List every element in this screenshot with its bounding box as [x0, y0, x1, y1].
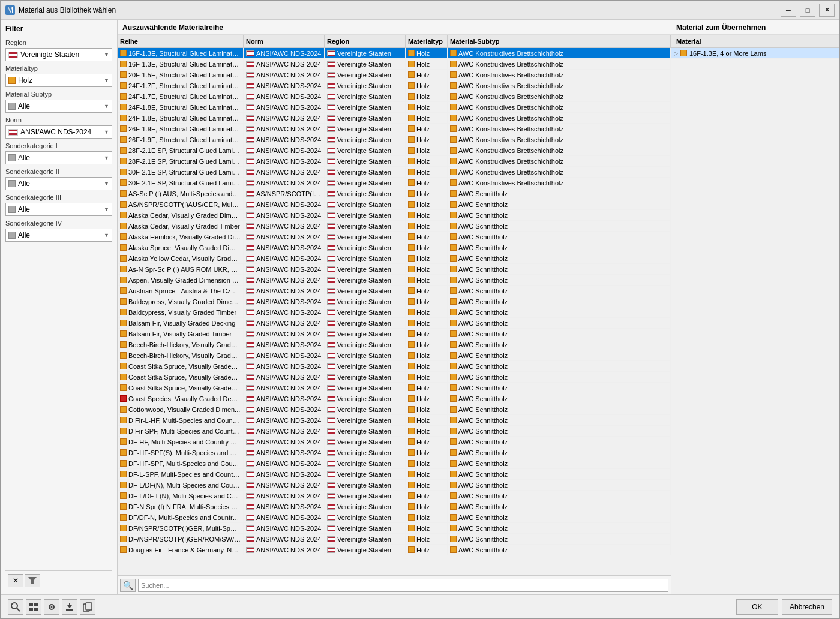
table-row[interactable]: 28F-2.1E SP, Structural Glued Laminated.…: [118, 156, 671, 167]
filter-select-norm[interactable]: ANSI/AWC NDS-2024 ▼: [5, 125, 112, 139]
left-bottom-bar: ✕: [5, 570, 112, 590]
table-row[interactable]: 16F-1.3E, Structural Glued Laminated....…: [118, 59, 671, 70]
row-material-icon: [408, 169, 415, 175]
table-row[interactable]: Coast Species, Visually Graded Deckin...…: [118, 393, 671, 404]
table-row[interactable]: Coast Sitka Spruce, Visually Graded ... …: [118, 361, 671, 372]
row-material-icon: [408, 50, 415, 56]
table-row[interactable]: 30F-2.1E SP, Structural Glued Laminat...…: [118, 167, 671, 178]
right-list-item[interactable]: ▷ 16F-1.3E, 4 or More Lams: [671, 48, 839, 59]
table-row[interactable]: Alaska Cedar, Visually Graded Dimen... A…: [118, 210, 671, 221]
search-input[interactable]: [138, 579, 668, 592]
search-button[interactable]: 🔍: [120, 579, 136, 592]
filter-select-sonderkategorie4[interactable]: Alle ▼: [5, 229, 112, 242]
delete-filter-button[interactable]: ✕: [8, 574, 23, 587]
maximize-button[interactable]: □: [800, 4, 815, 17]
table-row[interactable]: 24F-1.7E, Structural Glued Laminated....…: [118, 91, 671, 102]
table-row[interactable]: Coast Sitka Spruce, Visually Graded ... …: [118, 372, 671, 383]
table-row[interactable]: DF-L-SPF, Multi-Species and Country ... …: [118, 469, 671, 480]
table-row[interactable]: Beech-Birch-Hickory, Visually Graded ...…: [118, 339, 671, 350]
table-row[interactable]: D Fir-L-HF, Multi-Species and Countr... …: [118, 415, 671, 426]
row-subtyp-icon: [450, 438, 457, 445]
ok-button[interactable]: OK: [736, 599, 778, 615]
col-header-material: Materialtyp: [406, 35, 448, 47]
bottom-icon-btn-1[interactable]: [8, 599, 23, 615]
table-row[interactable]: Douglas Fir - France & Germany, Non... A…: [118, 545, 671, 555]
row-flag-icon: [246, 202, 254, 208]
table-body: 16F-1.3E, Structural Glued Laminated....…: [118, 48, 671, 575]
table-row[interactable]: 20F-1.5E, Structural Glued Laminated....…: [118, 70, 671, 80]
table-row[interactable]: DF/NSPR/SCOTP(I)GER/ROM/SW/UKR... ANSI/A…: [118, 534, 671, 545]
row-subtyp-icon: [450, 71, 457, 78]
filter-value-region: Vereinigte Staaten: [20, 50, 101, 59]
table-row[interactable]: Cottonwood, Visually Graded Dimen... ANS…: [118, 404, 671, 415]
main-window: M Material aus Bibliothek wählen ─ □ ✕ F…: [0, 0, 840, 619]
table-row[interactable]: 24F-1.7E, Structural Glued Laminated....…: [118, 80, 671, 91]
filter-select-region[interactable]: Vereinigte Staaten ▼: [5, 48, 112, 61]
row-material-icon: [408, 546, 415, 553]
filter-select-sonderkategorie3[interactable]: Alle ▼: [5, 203, 112, 216]
row-subtyp: AWC Konstruktives Brettschichtholz: [458, 61, 563, 68]
table-row[interactable]: 28F-2.1E SP, Structural Glued Laminated.…: [118, 145, 671, 156]
bottom-icon-btn-5[interactable]: [80, 599, 95, 615]
table-row[interactable]: Alaska Yellow Cedar, Visually Graded ...…: [118, 253, 671, 264]
bottom-icon-btn-3[interactable]: [44, 599, 59, 615]
filter-select-sonderkategorie1[interactable]: Alle ▼: [5, 151, 112, 164]
table-row[interactable]: DF-HF-SPF(S), Multi-Species and Cou... A…: [118, 447, 671, 458]
row-region: Vereinigte Staaten: [337, 309, 391, 316]
table-row[interactable]: AS/NSPR/SCOTP(I)AUS/GER, Multi-Sp... ANS…: [118, 199, 671, 210]
bottom-bar: OK Abbrechen: [1, 594, 839, 618]
filter-select-subtyp[interactable]: Alle ▼: [5, 100, 112, 113]
row-subtyp-icon: [450, 82, 457, 89]
table-row[interactable]: DF/NSPR/SCOTP(I)GER, Multi-Species ... A…: [118, 523, 671, 534]
table-row[interactable]: Beech-Birch-Hickory, Visually Graded ...…: [118, 350, 671, 361]
table-row[interactable]: Balsam Fir, Visually Graded Timber ANSI/…: [118, 329, 671, 339]
row-region: Vereinigte Staaten: [337, 255, 391, 262]
download-icon: [65, 602, 74, 612]
row-region-flag: [327, 461, 335, 467]
table-row[interactable]: DF-L/DF(N), Multi-Species and Count... A…: [118, 480, 671, 491]
minimize-button[interactable]: ─: [781, 4, 796, 17]
table-row[interactable]: DF-HF, Multi-Species and Country Gr... A…: [118, 437, 671, 447]
table-row[interactable]: Baldcypress, Visually Graded Dimensi... …: [118, 296, 671, 307]
table-row[interactable]: 24F-1.8E, Structural Glued Laminated....…: [118, 113, 671, 124]
row-material-icon: [408, 330, 415, 337]
table-row[interactable]: 26F-1.9E, Structural Glued Laminated....…: [118, 134, 671, 145]
row-subtyp: AWC Schnittholz: [458, 320, 508, 327]
bottom-icon-btn-2[interactable]: [26, 599, 41, 615]
filter-select-materialtyp[interactable]: Holz ▼: [5, 74, 112, 87]
cancel-button[interactable]: Abbrechen: [782, 599, 832, 615]
table-row[interactable]: DF-L/DF-L(N), Multi-Species and Cou... A…: [118, 491, 671, 501]
filter-button[interactable]: [25, 574, 40, 587]
close-button[interactable]: ✕: [819, 4, 835, 17]
table-row[interactable]: 26F-1.9E, Structural Glued Laminated....…: [118, 124, 671, 134]
table-row[interactable]: D Fir-SPF, Multi-Species and Country ...…: [118, 426, 671, 437]
table-row[interactable]: Aspen, Visually Graded Dimension Lu... A…: [118, 275, 671, 286]
table-row[interactable]: Alaska Spruce, Visually Graded Dime... A…: [118, 242, 671, 253]
table-row[interactable]: DF-N Spr (I) N FRA, Multi-Species and...…: [118, 501, 671, 512]
table-row[interactable]: Balsam Fir, Visually Graded Decking ANSI…: [118, 318, 671, 329]
table-row[interactable]: 16F-1.3E, Structural Glued Laminated....…: [118, 48, 671, 59]
table-row[interactable]: Alaska Hemlock, Visually Graded Dim... A…: [118, 232, 671, 242]
row-reihe: 30F-2.1E SP, Structural Glued Laminat...…: [128, 169, 241, 176]
table-row[interactable]: Austrian Spruce - Austria & The Czec... …: [118, 286, 671, 296]
filter-select-sonderkategorie2[interactable]: Alle ▼: [5, 177, 112, 190]
row-mat: Holz: [416, 428, 430, 435]
svg-rect-13: [69, 603, 70, 607]
row-mat: Holz: [416, 147, 430, 154]
table-row[interactable]: DF/DF-N, Multi-Species and Country ... A…: [118, 512, 671, 523]
table-row[interactable]: Alaska Cedar, Visually Graded Timber ANS…: [118, 221, 671, 232]
table-row[interactable]: AS-Sc P (I) AUS, Multi-Species and Co...…: [118, 188, 671, 199]
table-row[interactable]: 30F-2.1E SP, Structural Glued Laminat...…: [118, 178, 671, 188]
table-row[interactable]: Coast Sitka Spruce, Visually Graded T...…: [118, 383, 671, 393]
bottom-icon-btn-4[interactable]: [62, 599, 77, 615]
table-row[interactable]: Baldcypress, Visually Graded Timber ANSI…: [118, 307, 671, 318]
row-region-flag: [327, 525, 335, 531]
table-row[interactable]: DF-HF-SPF, Multi-Species and Countr... A…: [118, 458, 671, 469]
row-subtyp: AWC Konstruktives Brettschichtholz: [458, 104, 563, 111]
row-reihe: 24F-1.8E, Structural Glued Laminated....: [128, 115, 241, 122]
row-norm: ANSI/AWC NDS-2024: [256, 449, 321, 456]
row-region: Vereinigte Staaten: [337, 525, 391, 532]
row-region: Vereinigte Staaten: [337, 266, 391, 273]
table-row[interactable]: As-N Spr-Sc P (I) AUS ROM UKR, Multi... …: [118, 264, 671, 275]
table-row[interactable]: 24F-1.8E, Structural Glued Laminated....…: [118, 102, 671, 113]
